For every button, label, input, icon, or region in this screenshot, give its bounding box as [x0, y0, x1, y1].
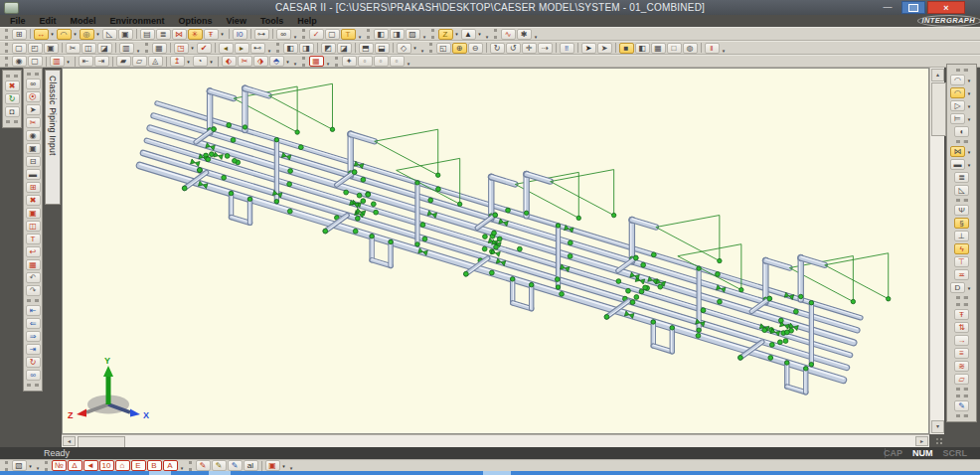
vertical-scrollbar[interactable]: ▴ ▾ — [929, 68, 944, 434]
equipment-a-icon[interactable]: ⬖ — [222, 56, 237, 67]
toolbar-overflow-button[interactable]: ▾ — [265, 48, 273, 54]
node-numbers-icon[interactable]: ▥ — [50, 56, 65, 67]
dropdown-arrow-icon[interactable]: ▾ — [476, 31, 483, 37]
piping-model[interactable]: YZX — [63, 69, 928, 433]
save-file-icon[interactable]: ▣ — [44, 43, 59, 54]
dropdown-arrow-icon[interactable]: ▾ — [284, 59, 291, 65]
bend-display-icon[interactable]: B — [147, 460, 162, 471]
key-icon[interactable]: ⊶ — [254, 29, 269, 40]
aux-data-icon[interactable]: D — [950, 282, 965, 293]
marker-pen-icon[interactable]: ✎ — [954, 400, 969, 411]
zoom-out-icon[interactable]: ⊖ — [468, 43, 483, 54]
equipment-b-icon[interactable]: ⬗ — [253, 56, 268, 67]
toolbar-grip[interactable] — [5, 57, 8, 67]
orbit-icon[interactable]: ↻ — [490, 43, 505, 54]
valve-check-icon[interactable]: ⋈ — [172, 29, 187, 40]
cap-icon[interactable]: ◖ — [954, 126, 969, 137]
tee-check-icon[interactable]: T — [341, 29, 356, 40]
model-canvas[interactable]: YZX — [62, 68, 929, 434]
next-element-icon[interactable]: ⇒ — [26, 331, 41, 342]
dropdown-arrow-icon[interactable]: ▾ — [453, 31, 460, 37]
toolbar-grip[interactable] — [5, 461, 8, 471]
angle-element-icon[interactable]: ◺ — [954, 185, 969, 196]
displacement-icon[interactable]: ⇅ — [954, 322, 969, 333]
restore-button[interactable] — [901, 1, 925, 14]
report-icon[interactable]: ▨ — [406, 29, 420, 40]
rigid-element-icon[interactable]: ▬ — [950, 159, 965, 170]
pipe-bend-icon[interactable]: ◠ — [950, 75, 965, 85]
toolbar-grip[interactable] — [27, 384, 39, 387]
dropdown-arrow-icon[interactable]: ▾ — [965, 285, 973, 291]
scroll-down-arrow-icon[interactable]: ▾ — [931, 420, 944, 433]
cut-plane-icon[interactable]: ✂ — [238, 56, 252, 67]
align-left-icon[interactable]: ⇤ — [79, 56, 93, 67]
dash-icon[interactable]: ▬ — [26, 169, 41, 180]
toolbar-overflow-button[interactable]: ▾ — [134, 48, 142, 54]
toolbar-overflow-button[interactable]: ▾ — [324, 61, 332, 67]
toolbar-grip[interactable] — [956, 303, 968, 306]
binoculars-icon[interactable]: ∞ — [26, 79, 41, 89]
zoom-in-icon[interactable]: ⊕ — [452, 43, 467, 54]
dropdown-arrow-icon[interactable]: ▾ — [72, 31, 79, 37]
snapshot-icon[interactable]: ◉ — [12, 56, 27, 67]
close-button[interactable]: × — [927, 1, 965, 14]
prev-element-icon[interactable]: ◂ — [219, 43, 234, 54]
view-bottom-icon[interactable]: ⬓ — [375, 43, 390, 54]
toolbar-grip[interactable] — [956, 199, 968, 202]
break-tool-icon[interactable]: Z — [438, 29, 453, 40]
refresh-icon[interactable]: ↻ — [5, 93, 20, 104]
view-top-icon[interactable]: ⬒ — [359, 43, 374, 54]
view-cube-b-icon[interactable]: ◨ — [390, 29, 405, 40]
lock-icon[interactable]: ◘ — [5, 106, 20, 117]
dynamics-icon[interactable]: ∿ — [501, 29, 516, 40]
toolbar-grip[interactable] — [189, 461, 192, 471]
continue-element-icon[interactable]: ↻ — [26, 357, 41, 368]
scroll-right-arrow-icon[interactable]: ▸ — [915, 436, 928, 446]
length-display-icon[interactable]: 10 — [99, 460, 114, 471]
utility-c-icon[interactable]: ▫ — [374, 56, 389, 67]
select-group-icon[interactable]: ➤ — [597, 43, 612, 54]
flange-icon[interactable]: ⊨ — [950, 113, 965, 124]
restraint-display-icon[interactable]: ◄ — [83, 460, 98, 471]
view-front-icon[interactable]: ◧ — [283, 43, 298, 54]
io-config-icon[interactable]: I0 — [233, 29, 247, 40]
toolbar-grip[interactable] — [429, 43, 432, 53]
cut-icon[interactable]: ✂ — [66, 43, 81, 54]
toolbar-grip[interactable] — [956, 388, 968, 391]
dropdown-arrow-icon[interactable]: ▾ — [185, 59, 192, 65]
grid-element-icon[interactable]: ▦ — [26, 259, 41, 270]
toolbar-overflow-button[interactable]: ▾ — [420, 34, 428, 40]
weld-icon[interactable]: ≖ — [954, 269, 969, 280]
dropdown-arrow-icon[interactable]: ▾ — [49, 31, 56, 37]
model-check-icon[interactable]: ✓ — [309, 29, 324, 40]
menu-item-options[interactable]: Options — [179, 15, 213, 27]
valve-icon[interactable]: ⋈ — [950, 146, 965, 157]
display-options-icon[interactable]: ▢ — [28, 56, 43, 67]
eye-icon[interactable]: ◉ — [26, 130, 41, 141]
align-right-icon[interactable]: ⇥ — [94, 56, 109, 67]
dropdown-arrow-icon[interactable]: ▾ — [965, 116, 973, 122]
copy-icon[interactable]: ◫ — [82, 43, 96, 54]
toolbar-overflow-button[interactable]: ▾ — [418, 48, 426, 54]
toolbar-overflow-button[interactable]: ▾ — [532, 34, 540, 40]
annotation-display-icon[interactable]: A — [163, 460, 178, 471]
renumber-nodes-icon[interactable]: ≣ — [156, 29, 171, 40]
undo-icon[interactable]: ↶ — [26, 272, 41, 283]
units-display-icon[interactable]: ▦ — [309, 56, 324, 67]
new-file-icon[interactable]: ▢ — [12, 43, 27, 54]
text-annotation-icon[interactable]: aI — [244, 460, 258, 471]
toolbar-grip[interactable] — [956, 296, 968, 299]
tee-element-icon[interactable]: T — [26, 234, 41, 244]
cut-element-icon[interactable]: ✂ — [26, 117, 41, 128]
insert-element-icon[interactable]: ▣ — [26, 208, 41, 219]
delta-display-icon[interactable]: Δ — [68, 460, 82, 471]
open-file-icon[interactable]: ◰ — [28, 43, 43, 54]
toolbar-grip[interactable] — [956, 414, 968, 417]
resize-grip[interactable] — [933, 437, 943, 445]
configuration-icon[interactable]: ✱ — [517, 29, 532, 40]
nozzle-icon[interactable]: ▱ — [954, 374, 969, 385]
render-mode-icon[interactable]: ▧ — [12, 460, 27, 471]
menu-item-edit[interactable]: Edit — [40, 15, 57, 27]
force-icon[interactable]: → — [954, 335, 969, 346]
dropdown-arrow-icon[interactable]: ▾ — [965, 162, 973, 168]
